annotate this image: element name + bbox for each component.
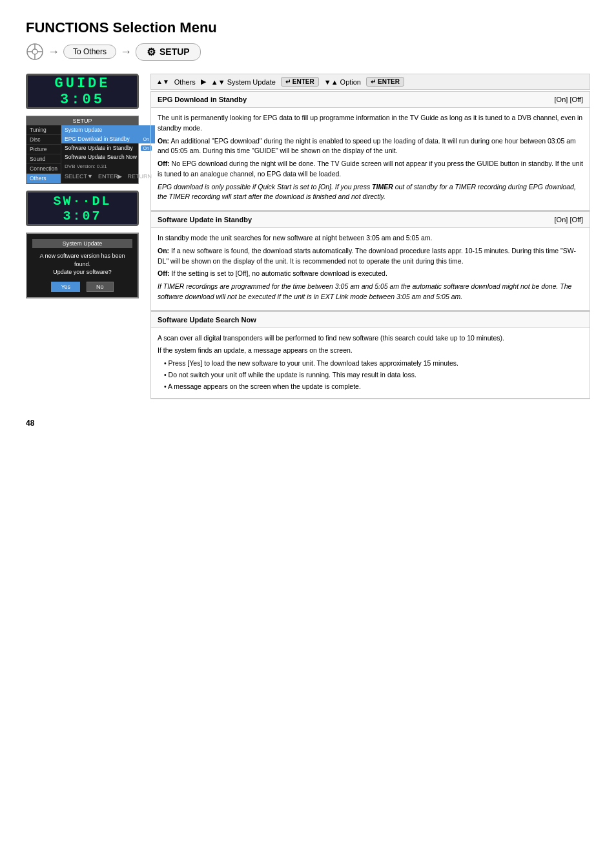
enter-icon2: ↵ xyxy=(371,78,376,85)
nav-enter-btn2[interactable]: ↵ ENTER xyxy=(366,77,404,87)
bullet-item-2: Do not switch your unit off while the up… xyxy=(164,370,583,380)
nav-others-label: Others xyxy=(174,78,196,86)
section-sw-standby-title: Software Update in Standby xyxy=(158,216,252,224)
nav-enter-btn1[interactable]: ↵ ENTER xyxy=(281,77,319,87)
section-sw-search: Software Update Search Now A scan over a… xyxy=(150,311,590,400)
sidebar-item-connection: Connection xyxy=(26,164,61,174)
section-epg-header: EPG Download in Standby [On] [Off] xyxy=(151,92,590,108)
section-sw-search-header: Software Update Search Now xyxy=(151,312,590,328)
sidebar-item-sound: Sound xyxy=(26,154,61,164)
bullet-item-1: Press [Yes] to load the new software to … xyxy=(164,359,583,369)
section-sw-search-title: Software Update Search Now xyxy=(158,316,256,324)
sidebar-item-others: Others xyxy=(26,174,61,183)
nav-system-update-label: ▲▼ System Update xyxy=(211,78,276,86)
setup-panel: SETUP Tuning Disc Picture Sound Connecti… xyxy=(26,116,139,184)
enter-icon1: ↵ xyxy=(285,78,291,85)
page-title: FUNCTIONS Selection Menu xyxy=(26,19,590,36)
section-epg: EPG Download in Standby [On] [Off] The u… xyxy=(150,91,590,211)
sidebar-item-picture: Picture xyxy=(26,145,61,154)
setup-menu-epg: EPG Download in Standby On xyxy=(61,134,155,143)
dvb-version: DVB Version: 0.31 xyxy=(61,162,155,171)
enter-label1: ENTER xyxy=(293,78,314,85)
section-epg-title: EPG Download in Standby xyxy=(158,96,247,103)
nav-triangle-up: ▲▼ xyxy=(156,78,169,85)
nav-arrow: ▶ xyxy=(201,78,206,86)
dialog-no-button[interactable]: No xyxy=(87,282,114,292)
nav-option: ▼▲ Option xyxy=(324,78,361,86)
left-panel: GUIDE 3:05 SETUP Tuning Disc Picture Sou… xyxy=(26,74,139,399)
breadcrumb-setup: ⚙ SETUP xyxy=(136,43,201,61)
breadcrumb-arrow2: → xyxy=(120,45,132,59)
bullet-item-3: A message appears on the screen when the… xyxy=(164,382,583,392)
disc-icon xyxy=(26,43,44,61)
section-sw-standby-header: Software Update in Standby [On] [Off] xyxy=(151,212,590,228)
dialog-title: System Update xyxy=(32,239,132,248)
setup-label: SETUP xyxy=(159,47,190,57)
tv-display-swdl: SW··DL 3:07 xyxy=(26,191,139,226)
setup-icon: ⚙ xyxy=(147,46,156,58)
section-sw-standby: Software Update in Standby [On] [Off] In… xyxy=(150,211,590,311)
enter-label2: ENTER xyxy=(378,78,400,85)
section-epg-body: The unit is permanently looking for EPG … xyxy=(151,108,590,211)
svg-point-1 xyxy=(32,49,37,54)
page-number: 48 xyxy=(26,419,590,428)
dialog-message: A new software version has been found.Up… xyxy=(32,252,132,276)
sidebar-item-disc: Disc xyxy=(26,135,61,145)
breadcrumb: → To Others → ⚙ SETUP xyxy=(26,43,590,61)
nav-bar: ▲▼ Others ▶ ▲▼ System Update ↵ ENTER ▼▲ … xyxy=(150,74,590,90)
setup-menu-search-now: Software Update Search Now xyxy=(61,152,155,162)
setup-panel-title: SETUP xyxy=(26,116,138,125)
section-epg-value: [On] [Off] xyxy=(555,96,583,103)
setup-menu-system-update: System Update xyxy=(61,125,155,134)
section-sw-search-body: A scan over all digital transponders wil… xyxy=(151,328,590,399)
right-panel: ▲▼ Others ▶ ▲▼ System Update ↵ ENTER ▼▲ … xyxy=(150,74,590,399)
system-update-dialog: System Update A new software version has… xyxy=(26,233,139,298)
breadcrumb-arrow1: → xyxy=(48,45,59,59)
dialog-yes-button[interactable]: Yes xyxy=(51,282,80,292)
breadcrumb-to-others: To Others xyxy=(63,45,116,59)
bullet-list: Press [Yes] to load the new software to … xyxy=(158,359,583,391)
section-sw-standby-value: [On] [Off] xyxy=(555,216,583,224)
section-sw-standby-body: In standby mode the unit searches for ne… xyxy=(151,228,590,311)
setup-menu-sw-update: Software Update in Standby On xyxy=(61,143,155,152)
sidebar-item-tuning: Tuning xyxy=(26,125,61,135)
tv-display-guide: GUIDE 3:05 xyxy=(26,74,139,109)
nav-icons: SELECT▼ ENTER▶ RETURN xyxy=(61,171,155,182)
